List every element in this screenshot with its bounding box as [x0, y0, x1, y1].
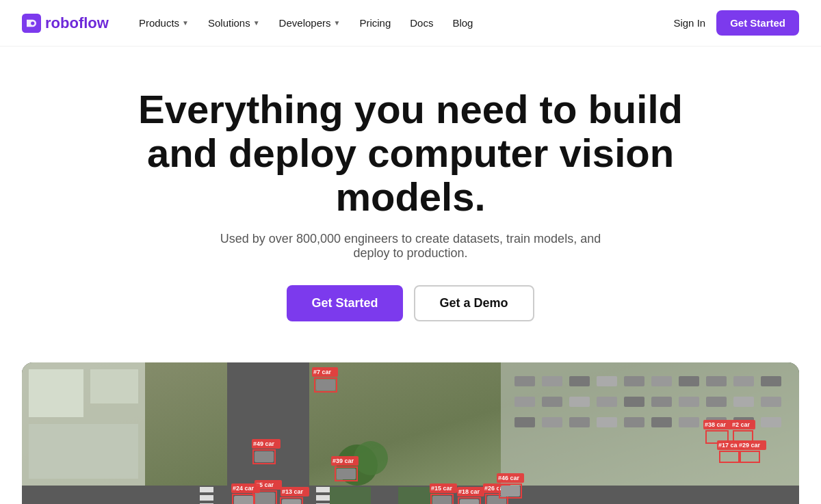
svg-rect-18	[514, 397, 535, 407]
svg-rect-50	[200, 495, 213, 501]
svg-rect-8	[514, 376, 535, 386]
svg-rect-58	[316, 495, 330, 501]
svg-rect-49	[200, 487, 213, 492]
svg-rect-26	[733, 397, 754, 407]
svg-rect-14	[679, 376, 699, 386]
hero-subtitle: Used by over 800,000 engineers to create…	[205, 232, 616, 261]
svg-text:#49 car: #49 car	[253, 440, 275, 447]
svg-rect-111	[255, 451, 274, 462]
nav-links: Products ▼ Solutions ▼ Developers ▼ Pric…	[131, 12, 674, 34]
svg-rect-31	[597, 417, 617, 427]
svg-rect-15	[706, 376, 727, 386]
svg-rect-65	[330, 487, 371, 504]
svg-rect-12	[624, 376, 644, 386]
chevron-down-icon: ▼	[253, 19, 260, 27]
svg-rect-135	[487, 496, 506, 504]
svg-point-68	[354, 441, 388, 475]
logo-text: roboflow	[45, 14, 109, 32]
svg-rect-91	[255, 492, 275, 504]
get-demo-button[interactable]: Get a Demo	[414, 285, 534, 321]
svg-rect-16	[733, 376, 754, 386]
svg-text:#29 car: #29 car	[739, 442, 761, 449]
nav-pricing[interactable]: Pricing	[351, 12, 399, 34]
hero-title: Everything you need to build and deploy …	[130, 88, 691, 218]
svg-rect-32	[624, 417, 644, 427]
svg-rect-57	[316, 487, 330, 492]
sign-in-link[interactable]: Sign In	[673, 17, 705, 29]
svg-rect-34	[679, 417, 699, 427]
svg-text:#46 car: #46 car	[498, 475, 520, 481]
nav-right: Sign In Get Started	[673, 10, 799, 36]
svg-rect-19	[542, 397, 562, 407]
nav-blog[interactable]: Blog	[444, 12, 481, 34]
svg-rect-5	[90, 369, 138, 403]
svg-rect-4	[29, 369, 83, 417]
navbar: roboflow Products ▼ Solutions ▼ Develope…	[0, 0, 821, 47]
svg-rect-196	[316, 380, 335, 390]
svg-rect-23	[651, 397, 672, 407]
hero-section: Everything you need to build and deploy …	[0, 47, 821, 349]
svg-text:#13 car: #13 car	[282, 488, 304, 495]
svg-text:#24 car: #24 car	[233, 485, 255, 492]
svg-text:#7 car: #7 car	[313, 369, 332, 375]
svg-rect-30	[569, 417, 590, 427]
svg-rect-25	[706, 397, 727, 407]
svg-rect-21	[597, 397, 617, 407]
chevron-down-icon: ▼	[333, 19, 340, 27]
svg-text:#17 car: #17 car	[718, 442, 740, 449]
svg-text:#18 car: #18 car	[458, 488, 480, 495]
svg-rect-11	[597, 376, 617, 386]
svg-rect-9	[542, 376, 562, 386]
nav-solutions[interactable]: Solutions ▼	[200, 12, 268, 34]
aerial-scene: #5 car #13 car #33 car #41 car #24 car #…	[22, 362, 799, 504]
svg-rect-24	[679, 397, 699, 407]
svg-rect-27	[761, 397, 781, 407]
svg-point-1	[31, 21, 34, 25]
svg-rect-17	[761, 376, 781, 386]
nav-products[interactable]: Products ▼	[131, 12, 197, 34]
get-started-button-hero[interactable]: Get Started	[287, 285, 402, 321]
svg-rect-20	[569, 397, 590, 407]
demo-image-container: #5 car #13 car #33 car #41 car #24 car #…	[22, 362, 799, 504]
svg-text:#2 car: #2 car	[732, 421, 751, 428]
chevron-down-icon: ▼	[182, 19, 189, 27]
svg-rect-28	[514, 417, 535, 427]
svg-rect-95	[282, 499, 301, 504]
svg-rect-6	[29, 424, 138, 479]
get-started-button-nav[interactable]: Get Started	[716, 10, 799, 36]
svg-rect-10	[569, 376, 590, 386]
nav-docs[interactable]: Docs	[402, 12, 441, 34]
svg-rect-33	[651, 417, 672, 427]
svg-text:#15 car: #15 car	[431, 485, 453, 492]
svg-text:#38 car: #38 car	[705, 421, 727, 428]
nav-developers[interactable]: Developers ▼	[271, 12, 349, 34]
svg-rect-143	[337, 468, 356, 479]
logo[interactable]: roboflow	[22, 14, 109, 33]
svg-rect-139	[501, 486, 520, 496]
svg-rect-13	[651, 376, 672, 386]
svg-rect-22	[624, 397, 644, 407]
svg-rect-107	[234, 496, 253, 504]
svg-text:#39 car: #39 car	[333, 457, 354, 464]
svg-rect-29	[542, 417, 562, 427]
svg-rect-37	[761, 417, 781, 427]
svg-rect-131	[460, 499, 479, 504]
svg-rect-127	[432, 496, 452, 504]
hero-buttons: Get Started Get a Demo	[287, 285, 534, 321]
